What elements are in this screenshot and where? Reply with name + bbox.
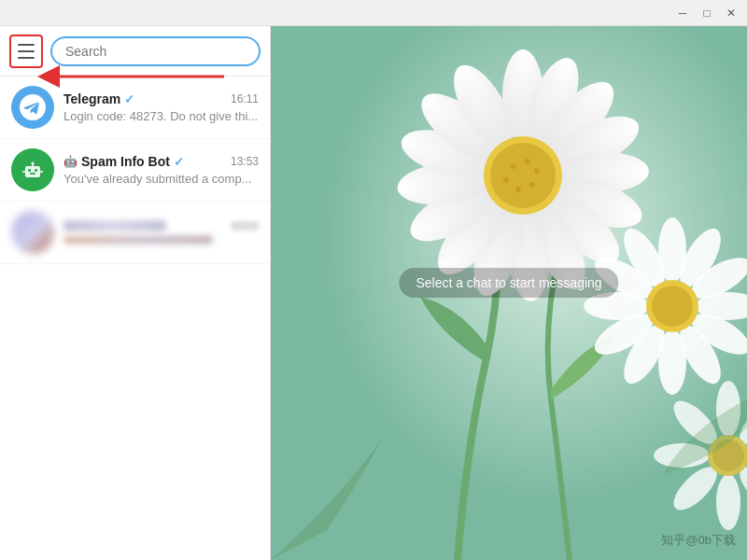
telegram-chat-preview: Login code: 48273. Do not give thi... <box>63 109 259 123</box>
svg-rect-3 <box>28 169 31 172</box>
svg-rect-4 <box>35 169 37 172</box>
telegram-chat-time: 16:11 <box>231 92 259 105</box>
blurred-time <box>231 221 259 231</box>
sidebar: Telegram ✓ 16:11 Login code: 48273. Do n… <box>0 26 271 560</box>
search-input-wrap <box>50 36 261 66</box>
search-input[interactable] <box>65 44 246 59</box>
blurred-name <box>63 220 166 231</box>
svg-point-32 <box>529 182 535 188</box>
avatar-spam-bot <box>11 148 54 191</box>
daisy-background: Select a chat to start messaging 知乎@0b下载 <box>271 26 747 560</box>
telegram-chat-info: Telegram ✓ 16:11 Login code: 48273. Do n… <box>63 91 259 123</box>
spam-bot-chat-time: 13:53 <box>231 155 259 168</box>
blurred-name-row <box>63 220 259 231</box>
telegram-chat-name: Telegram ✓ <box>63 91 134 106</box>
avatar-blurred <box>11 211 54 254</box>
svg-rect-2 <box>25 166 40 177</box>
svg-point-7 <box>32 162 35 165</box>
chat-item-spam-bot[interactable]: 🤖 Spam Info Bot ✓ 13:53 You've already s… <box>0 139 270 202</box>
spam-bot-chat-name: 🤖 Spam Info Bot ✓ <box>63 154 184 169</box>
main-area: Select a chat to start messaging 知乎@0b下载 <box>271 26 747 560</box>
chat-item-telegram[interactable]: Telegram ✓ 16:11 Login code: 48273. Do n… <box>0 77 270 139</box>
chat-list: Telegram ✓ 16:11 Login code: 48273. Do n… <box>0 77 270 560</box>
spam-bot-verified-badge: ✓ <box>174 155 184 169</box>
close-button[interactable]: ✕ <box>719 3 743 23</box>
blurred-preview <box>63 235 213 245</box>
svg-point-53 <box>716 474 740 530</box>
hamburger-line-1 <box>18 44 35 46</box>
watermark: 知乎@0b下载 <box>661 532 736 549</box>
svg-point-31 <box>534 168 540 174</box>
telegram-verified-badge: ✓ <box>124 92 134 106</box>
blurred-chat-info <box>63 220 259 245</box>
svg-point-34 <box>503 177 509 183</box>
title-bar: ─ □ ✕ <box>0 0 747 26</box>
spam-bot-chat-info: 🤖 Spam Info Bot ✓ 13:53 You've already s… <box>63 154 259 186</box>
minimize-button[interactable]: ─ <box>670 3 695 23</box>
bot-avatar-inner <box>11 148 54 191</box>
hamburger-button[interactable] <box>9 35 43 68</box>
app: Telegram ✓ 16:11 Login code: 48273. Do n… <box>0 26 747 560</box>
hamburger-line-3 <box>18 57 35 59</box>
svg-point-30 <box>525 159 530 164</box>
maximize-button[interactable]: □ <box>695 3 719 23</box>
search-bar <box>0 26 270 77</box>
select-chat-message: Select a chat to start messaging <box>399 268 618 298</box>
svg-point-29 <box>511 163 516 169</box>
svg-rect-5 <box>30 173 35 175</box>
chat-item-blurred[interactable] <box>0 202 270 264</box>
svg-point-28 <box>490 143 556 208</box>
bot-emoji: 🤖 <box>63 155 78 168</box>
spam-bot-name-row: 🤖 Spam Info Bot ✓ 13:53 <box>63 154 259 169</box>
avatar-telegram <box>11 86 54 129</box>
hamburger-line-2 <box>18 50 35 52</box>
svg-point-33 <box>515 187 521 192</box>
svg-point-48 <box>652 286 693 327</box>
spam-bot-chat-preview: You've already submitted a comp... <box>63 172 259 186</box>
telegram-name-row: Telegram ✓ 16:11 <box>63 91 259 106</box>
